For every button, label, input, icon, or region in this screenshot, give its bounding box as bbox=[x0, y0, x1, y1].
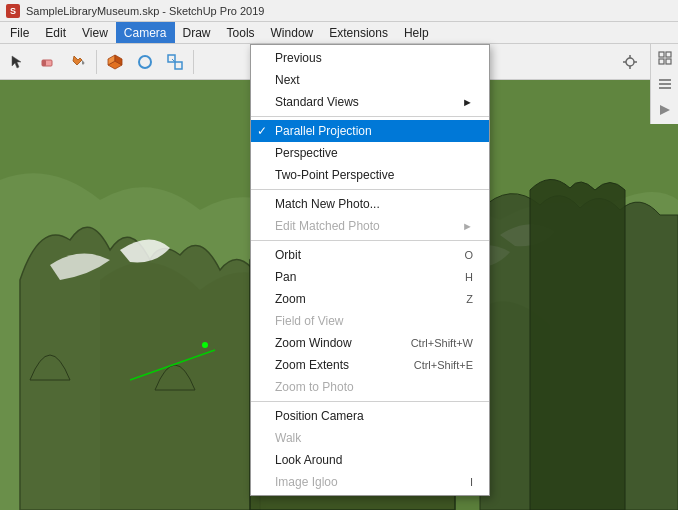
svg-rect-6 bbox=[175, 62, 182, 69]
separator-3 bbox=[251, 240, 489, 241]
box-tool-button[interactable] bbox=[101, 48, 129, 76]
menu-walk[interactable]: Walk bbox=[251, 427, 489, 449]
menu-previous[interactable]: Previous bbox=[251, 47, 489, 69]
separator-4 bbox=[251, 401, 489, 402]
menu-tools[interactable]: Tools bbox=[219, 22, 263, 43]
menu-orbit-label: Orbit bbox=[275, 248, 301, 262]
menu-look-around[interactable]: Look Around bbox=[251, 449, 489, 471]
menu-zoom-to-photo-label: Zoom to Photo bbox=[275, 380, 354, 394]
menu-image-igloo[interactable]: Image Igloo I bbox=[251, 471, 489, 493]
standard-views-arrow-icon: ► bbox=[462, 96, 473, 108]
menu-pan-label: Pan bbox=[275, 270, 296, 284]
zoom-window-shortcut: Ctrl+Shift+W bbox=[411, 337, 473, 349]
menu-draw[interactable]: Draw bbox=[175, 22, 219, 43]
menu-walk-label: Walk bbox=[275, 431, 301, 445]
menu-orbit[interactable]: Orbit O bbox=[251, 244, 489, 266]
svg-point-8 bbox=[626, 58, 634, 66]
menu-zoom-window[interactable]: Zoom Window Ctrl+Shift+W bbox=[251, 332, 489, 354]
toolbar-sep-1 bbox=[96, 50, 97, 74]
image-igloo-shortcut: I bbox=[470, 476, 473, 488]
right-btn-3[interactable] bbox=[653, 98, 677, 122]
right-btn-2[interactable] bbox=[653, 72, 677, 96]
menu-edit-matched-photo-label: Edit Matched Photo bbox=[275, 219, 380, 233]
menu-two-point-label: Two-Point Perspective bbox=[275, 168, 394, 182]
paint-tool-button[interactable] bbox=[64, 48, 92, 76]
svg-rect-1 bbox=[42, 60, 46, 66]
parallel-check-icon: ✓ bbox=[257, 124, 267, 138]
svg-rect-23 bbox=[666, 52, 671, 57]
menu-zoom-label: Zoom bbox=[275, 292, 306, 306]
menu-match-new-photo-label: Match New Photo... bbox=[275, 197, 380, 211]
menu-look-around-label: Look Around bbox=[275, 453, 342, 467]
pan-shortcut: H bbox=[465, 271, 473, 283]
menu-two-point-perspective[interactable]: Two-Point Perspective bbox=[251, 164, 489, 186]
menu-next-label: Next bbox=[275, 73, 300, 87]
menu-parallel-projection-label: Parallel Projection bbox=[275, 124, 372, 138]
menu-pan[interactable]: Pan H bbox=[251, 266, 489, 288]
menu-camera[interactable]: Camera bbox=[116, 22, 175, 43]
menu-zoom-to-photo[interactable]: Zoom to Photo bbox=[251, 376, 489, 398]
menu-position-camera-label: Position Camera bbox=[275, 409, 364, 423]
title-bar-text: SampleLibraryMuseum.skp - SketchUp Pro 2… bbox=[26, 5, 264, 17]
svg-rect-24 bbox=[659, 59, 664, 64]
menu-help[interactable]: Help bbox=[396, 22, 437, 43]
menu-edit-matched-photo[interactable]: Edit Matched Photo ► bbox=[251, 215, 489, 237]
menu-field-of-view-label: Field of View bbox=[275, 314, 343, 328]
menu-image-igloo-label: Image Igloo bbox=[275, 475, 338, 489]
menu-parallel-projection[interactable]: ✓ Parallel Projection bbox=[251, 120, 489, 142]
zoom-shortcut: Z bbox=[466, 293, 473, 305]
right-btn-1[interactable] bbox=[653, 46, 677, 70]
menu-zoom-extents[interactable]: Zoom Extents Ctrl+Shift+E bbox=[251, 354, 489, 376]
eraser-tool-button[interactable] bbox=[34, 48, 62, 76]
menu-next[interactable]: Next bbox=[251, 69, 489, 91]
svg-point-21 bbox=[202, 342, 208, 348]
camera-dropdown-menu: Previous Next Standard Views ► ✓ Paralle… bbox=[250, 44, 490, 496]
title-bar: S SampleLibraryMuseum.skp - SketchUp Pro… bbox=[0, 0, 678, 22]
app-icon: S bbox=[6, 4, 20, 18]
menu-standard-views[interactable]: Standard Views ► bbox=[251, 91, 489, 113]
svg-rect-25 bbox=[666, 59, 671, 64]
component-tool-button[interactable] bbox=[161, 48, 189, 76]
scene-settings-button[interactable] bbox=[616, 48, 644, 76]
menu-match-new-photo[interactable]: Match New Photo... bbox=[251, 193, 489, 215]
menu-perspective-label: Perspective bbox=[275, 146, 338, 160]
menu-view[interactable]: View bbox=[74, 22, 116, 43]
zoom-extents-shortcut: Ctrl+Shift+E bbox=[414, 359, 473, 371]
right-toolbar bbox=[650, 44, 678, 124]
menu-zoom-extents-label: Zoom Extents bbox=[275, 358, 349, 372]
menu-edit[interactable]: Edit bbox=[37, 22, 74, 43]
menu-extensions[interactable]: Extensions bbox=[321, 22, 396, 43]
menu-standard-views-label: Standard Views bbox=[275, 95, 359, 109]
menu-perspective[interactable]: Perspective bbox=[251, 142, 489, 164]
menu-zoom[interactable]: Zoom Z bbox=[251, 288, 489, 310]
rotate-tool-button[interactable] bbox=[131, 48, 159, 76]
menu-zoom-window-label: Zoom Window bbox=[275, 336, 352, 350]
select-tool-button[interactable] bbox=[4, 48, 32, 76]
separator-1 bbox=[251, 116, 489, 117]
menu-window[interactable]: Window bbox=[263, 22, 322, 43]
svg-rect-22 bbox=[659, 52, 664, 57]
menu-field-of-view[interactable]: Field of View bbox=[251, 310, 489, 332]
menu-file[interactable]: File bbox=[2, 22, 37, 43]
edit-matched-arrow-icon: ► bbox=[462, 220, 473, 232]
menu-bar: File Edit View Camera Draw Tools Window … bbox=[0, 22, 678, 44]
toolbar-sep-2 bbox=[193, 50, 194, 74]
menu-position-camera[interactable]: Position Camera bbox=[251, 405, 489, 427]
separator-2 bbox=[251, 189, 489, 190]
orbit-shortcut: O bbox=[464, 249, 473, 261]
menu-previous-label: Previous bbox=[275, 51, 322, 65]
